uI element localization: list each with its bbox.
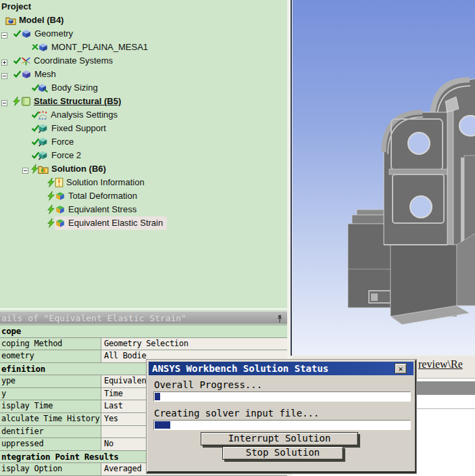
tree-item-label: Solution Information (66, 176, 145, 189)
stop-solution-button[interactable]: Stop Solution (222, 446, 343, 460)
cube-force-icon (38, 137, 51, 147)
tree-item-force[interactable]: Force (0, 135, 287, 149)
details-label: cope (0, 325, 287, 337)
status-bolt-icon (47, 218, 55, 230)
overall-progress-fill (155, 393, 160, 400)
tree-item-coordinate-systems[interactable]: Coordinate Systems (0, 54, 287, 68)
tree-item-content: Analysis Settings (38, 108, 118, 122)
tree-item-geometry[interactable]: Geometry (0, 27, 287, 41)
outline-tree-panel: ProjectModel (B4)GeometryMONT_PLAINA_MES… (0, 0, 287, 310)
overall-progress-label: Overall Progress... (154, 379, 262, 390)
result-cube-icon (55, 218, 68, 228)
tree-item-content: Body Sizing (38, 81, 98, 95)
tree-item-body-sizing[interactable]: Body Sizing (0, 81, 287, 95)
tree-item-content: Force 2 (38, 149, 81, 162)
tree-item-content: Force (38, 135, 74, 149)
details-label: uppressed (0, 438, 101, 450)
viewport-border (291, 0, 292, 356)
viewport-3d[interactable] (293, 0, 475, 356)
details-label: y (0, 388, 101, 400)
tree-item-content: MONT_PLAINA_MESA1 (38, 41, 148, 54)
tree-item-content: Fixed Support (38, 122, 106, 135)
tree-item-content: Static Structural (B5) (21, 95, 121, 108)
task-progress-bar (153, 420, 411, 430)
tree-item-model-b4[interactable]: Model (B4) (0, 14, 287, 27)
details-label: eometry (0, 350, 101, 362)
tree-item-analysis-settings[interactable]: Analysis Settings (0, 108, 287, 122)
task-progress-label: Creating solver input file... (154, 408, 319, 419)
tree-item-label: Geometry (34, 27, 73, 41)
tree-item-label: Equivalent Elastic Strain (68, 216, 163, 230)
details-label: ype (0, 375, 101, 387)
tree-item-content: Equivalent Stress (55, 203, 136, 216)
tree-item-content: Total Deformation (55, 189, 137, 203)
details-label: coping Method (0, 338, 101, 350)
close-icon[interactable]: ✕ (395, 363, 407, 374)
cube-mesh-icon (21, 70, 34, 79)
result-cube-icon (55, 205, 68, 214)
tree-item-solution-information[interactable]: Solution Information (0, 176, 287, 189)
tree-item-label: Force 2 (51, 149, 81, 162)
interrupt-solution-button[interactable]: Interrupt Solution (201, 432, 358, 446)
page-static-icon (21, 97, 34, 106)
tree-item-label: Project (1, 0, 31, 14)
cube-part-icon (38, 43, 51, 52)
status-bolt-icon (47, 191, 55, 203)
details-title: ails of "Equivalent Elastic Strain" (1, 313, 186, 323)
tree-item-label: Body Sizing (51, 81, 98, 95)
tree-item-label: Equivalent Stress (68, 203, 136, 216)
report-preview-tab[interactable]: review\Re (418, 358, 463, 371)
tree-item-label: Solution (B6) (51, 162, 106, 176)
collapse-toggle[interactable] (1, 71, 7, 81)
tree-item-content: Coordinate Systems (21, 54, 113, 68)
tree-item-mont-plaina-mesa1[interactable]: MONT_PLAINA_MESA1 (0, 41, 287, 54)
tree-item-mesh[interactable]: Mesh (0, 68, 287, 81)
tree-item-total-deformation[interactable]: Total Deformation (0, 189, 287, 203)
tree-item-label: Model (B4) (19, 14, 64, 27)
tree-item-label: Total Deformation (68, 189, 137, 203)
result-cube-icon (55, 191, 68, 201)
collapse-toggle[interactable] (1, 98, 7, 108)
overall-progress-bar (153, 391, 411, 402)
status-bolt-icon (47, 205, 55, 216)
tree-item-equivalent-elastic-strain[interactable]: Equivalent Elastic Strain (0, 216, 287, 230)
tree-item-content: Geometry (21, 27, 73, 41)
tree-item-label: Fixed Support (51, 122, 106, 135)
details-label: alculate Time History (0, 413, 101, 425)
cube-sizing-icon (38, 83, 51, 93)
tree-item-content: Solution (B6) (38, 162, 106, 176)
tree-item-static-structural-b5[interactable]: Static Structural (B5) (0, 95, 287, 108)
chart-settings-icon (38, 110, 51, 120)
details-label: dentifier (0, 426, 101, 438)
tree-item-label: Static Structural (B5) (34, 95, 121, 108)
status-bolt-icon (47, 178, 55, 189)
details-label: isplay Option (0, 463, 101, 475)
tree-item-content: Solution Information (55, 176, 145, 189)
tree-item-solution-b6[interactable]: Solution (B6) (0, 162, 287, 176)
tree-item-label: Coordinate Systems (34, 54, 113, 68)
tree-item-label: MONT_PLAINA_MESA1 (51, 41, 148, 54)
tree-item-label: Mesh (34, 68, 56, 81)
ansys-mechanical-window: { "colors":{ "tree_bg":"#cfe6ca","select… (0, 0, 475, 476)
cube-force-icon (38, 151, 51, 160)
details-value[interactable]: Geometry Selection (101, 338, 287, 350)
dialog-title-bar[interactable]: ANSYS Workbench Solution Status (149, 362, 414, 375)
tree-item-content: Project (1, 0, 31, 14)
model-3d (293, 0, 475, 356)
tree-item-equivalent-stress[interactable]: Equivalent Stress (0, 203, 287, 216)
solution-status-dialog: ANSYS Workbench Solution Status ✕ Overal… (147, 360, 416, 473)
axes-icon (21, 56, 34, 66)
folder-model-icon (5, 16, 19, 25)
cube-support-icon (38, 124, 51, 133)
details-title-bar: ails of "Equivalent Elastic Strain" (0, 311, 287, 324)
collapse-toggle[interactable] (22, 166, 28, 176)
status-bolt-icon (13, 97, 20, 108)
tree-item-fixed-support[interactable]: Fixed Support (0, 122, 287, 135)
tree-item-content: Model (B4) (5, 14, 64, 27)
collapse-toggle[interactable] (1, 30, 7, 41)
tree-item-project[interactable]: Project (0, 0, 287, 14)
dialog-title: ANSYS Workbench Solution Status (152, 363, 328, 374)
page-info-icon (55, 178, 66, 187)
expand-toggle[interactable] (1, 57, 7, 68)
tree-item-force-2[interactable]: Force 2 (0, 149, 287, 162)
